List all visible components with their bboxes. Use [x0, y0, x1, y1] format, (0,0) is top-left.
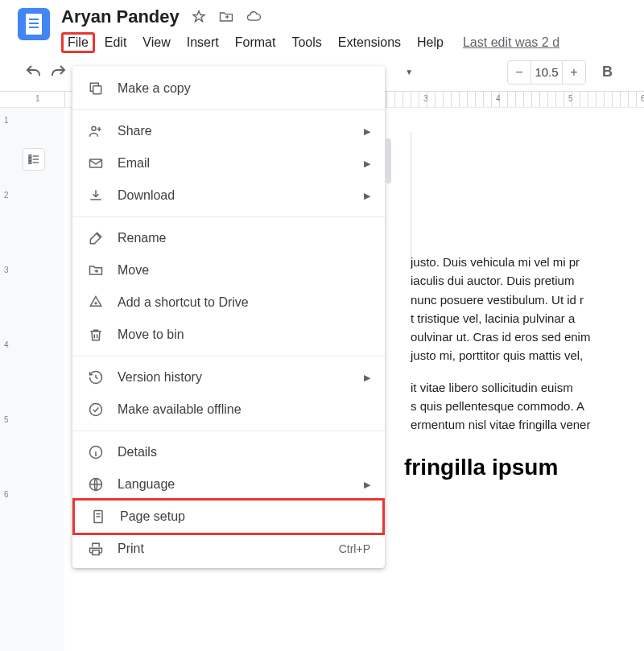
- menu-format[interactable]: Format: [229, 32, 283, 53]
- file-menu-dropdown: Make a copy Share ▶ Email ▶ Download ▶ R…: [72, 66, 385, 568]
- redo-button[interactable]: [48, 63, 68, 82]
- move-icon: [87, 262, 105, 279]
- vertical-ruler[interactable]: 1 2 3 4 5 6: [4, 116, 19, 565]
- menu-item-move[interactable]: Move: [72, 254, 385, 286]
- menu-item-add-shortcut[interactable]: Add a shortcut to Drive: [72, 286, 385, 319]
- globe-icon: [87, 476, 105, 493]
- menu-item-page-setup[interactable]: Page setup: [72, 498, 385, 535]
- menu-item-make-copy[interactable]: Make a copy: [72, 72, 385, 105]
- last-edit-link[interactable]: Last edit was 2 d: [463, 35, 559, 50]
- svg-rect-4: [29, 162, 31, 164]
- chevron-right-icon: ▶: [364, 191, 370, 201]
- chevron-right-icon: ▶: [364, 159, 370, 169]
- svg-rect-2: [29, 159, 31, 161]
- menu-file[interactable]: File: [61, 32, 95, 53]
- print-shortcut: Ctrl+P: [339, 542, 370, 555]
- font-size-value[interactable]: 10.5: [530, 61, 563, 84]
- share-icon: [87, 122, 105, 140]
- info-icon: [87, 443, 105, 461]
- email-icon: [87, 155, 105, 172]
- offline-icon: [87, 401, 105, 418]
- menu-item-move-to-bin[interactable]: Move to bin: [72, 319, 385, 351]
- menu-item-language[interactable]: Language ▶: [72, 468, 385, 501]
- menu-scrollbar[interactable]: [385, 138, 391, 183]
- copy-icon: [87, 80, 105, 97]
- history-icon: [87, 369, 105, 386]
- svg-rect-6: [93, 86, 101, 94]
- svg-point-9: [90, 404, 102, 416]
- svg-rect-15: [93, 550, 99, 555]
- page-setup-icon: [89, 508, 107, 525]
- menubar: File Edit View Insert Format Tools Exten…: [61, 32, 644, 53]
- outline-toggle-button[interactable]: [23, 148, 45, 171]
- chevron-right-icon: ▶: [364, 126, 370, 137]
- menu-item-share[interactable]: Share ▶: [72, 115, 385, 147]
- chevron-right-icon: ▶: [364, 480, 370, 490]
- undo-button[interactable]: [24, 63, 43, 82]
- menu-item-offline[interactable]: Make available offline: [72, 393, 385, 426]
- menu-edit[interactable]: Edit: [98, 32, 134, 53]
- trash-icon: [87, 326, 105, 344]
- menu-view[interactable]: View: [136, 32, 176, 53]
- cloud-status-icon[interactable]: [246, 9, 262, 25]
- rename-icon: [87, 229, 105, 247]
- font-size-group: − 10.5 +: [507, 60, 586, 84]
- chevron-right-icon: ▶: [364, 373, 370, 383]
- download-icon: [87, 187, 105, 204]
- bold-button[interactable]: B: [602, 64, 613, 80]
- document-heading[interactable]: fringilla ipsum: [404, 455, 644, 480]
- move-folder-icon[interactable]: [218, 9, 234, 25]
- menu-tools[interactable]: Tools: [285, 32, 328, 53]
- menu-item-details[interactable]: Details: [72, 436, 385, 468]
- svg-rect-0: [29, 155, 31, 158]
- menu-item-rename[interactable]: Rename: [72, 222, 385, 254]
- menu-item-email[interactable]: Email ▶: [72, 147, 385, 179]
- document-body-text[interactable]: justo. Duis vehicula mi vel mi pr iaculi…: [411, 253, 644, 434]
- docs-logo[interactable]: [18, 8, 50, 40]
- menu-insert[interactable]: Insert: [180, 32, 225, 53]
- star-icon[interactable]: [191, 9, 207, 25]
- menu-extensions[interactable]: Extensions: [332, 32, 407, 53]
- menu-item-download[interactable]: Download ▶: [72, 179, 385, 212]
- svg-point-7: [92, 126, 96, 130]
- menu-item-version-history[interactable]: Version history ▶: [72, 361, 385, 393]
- menu-item-print[interactable]: Print Ctrl+P: [72, 533, 385, 565]
- font-size-decrease[interactable]: −: [508, 61, 530, 84]
- menu-help[interactable]: Help: [411, 32, 450, 53]
- font-size-increase[interactable]: +: [563, 61, 585, 84]
- document-title[interactable]: Aryan Pandey: [61, 6, 180, 27]
- print-icon: [87, 540, 105, 558]
- drive-shortcut-icon: [87, 294, 105, 311]
